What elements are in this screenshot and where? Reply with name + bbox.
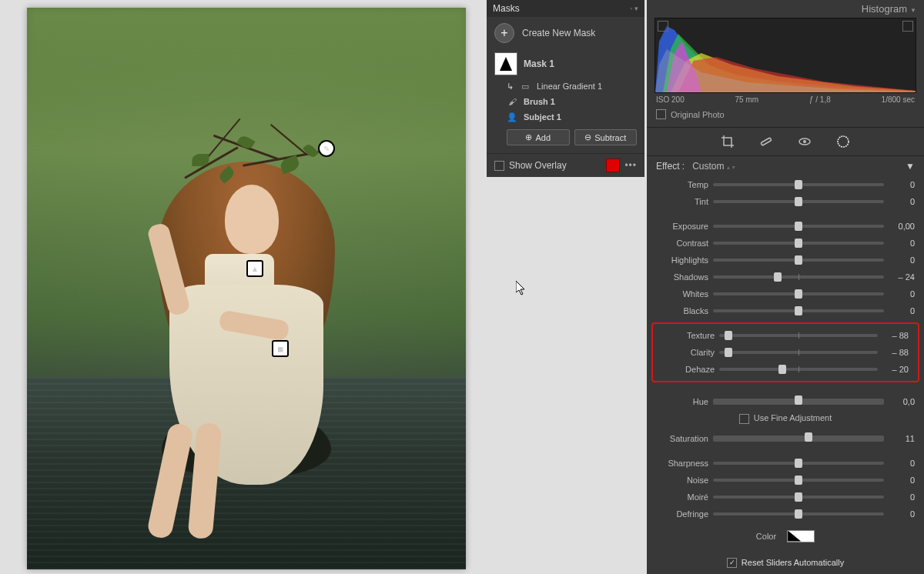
slider-track[interactable]: [713, 275, 884, 279]
slider-track[interactable]: [713, 496, 884, 499]
histogram[interactable]: [654, 18, 916, 93]
collapse-icon[interactable]: ◦ ▾: [630, 5, 638, 12]
slider-thumb[interactable]: [778, 365, 786, 374]
slider-value[interactable]: – 88: [878, 331, 909, 340]
heal-tool-icon[interactable]: [758, 134, 774, 149]
mask-tool-icon[interactable]: [835, 134, 851, 149]
hue-slider[interactable]: Hue 0,0: [647, 393, 924, 410]
slider-texture[interactable]: Texture– 88: [653, 327, 918, 344]
slider-track[interactable]: [713, 399, 884, 405]
slider-highlights[interactable]: Highlights0: [647, 252, 924, 269]
slider-track[interactable]: [713, 436, 884, 442]
slider-value[interactable]: 0: [884, 239, 915, 248]
slider-noise[interactable]: Noise0: [647, 472, 924, 489]
slider-contrast[interactable]: Contrast0: [647, 235, 924, 252]
color-row[interactable]: Color: [647, 522, 924, 550]
slider-clarity[interactable]: Clarity– 88: [653, 344, 918, 361]
slider-blacks[interactable]: Blacks0: [647, 302, 924, 319]
slider-value[interactable]: 0: [884, 197, 915, 206]
slider-thumb[interactable]: [774, 272, 782, 282]
slider-defringe[interactable]: Defringe0: [647, 506, 924, 522]
shadow-clip-icon[interactable]: [658, 21, 668, 32]
slider-thumb[interactable]: [795, 509, 802, 519]
mask-component[interactable]: ↳ ▭ Linear Gradient 1: [487, 78, 644, 94]
reset-checkbox[interactable]: Reset Sliders Automatically: [647, 550, 924, 574]
slider-track[interactable]: [713, 259, 884, 262]
slider-thumb[interactable]: [795, 395, 802, 405]
plus-icon[interactable]: +: [494, 23, 514, 43]
slider-thumb[interactable]: [795, 476, 802, 485]
slider-track[interactable]: [719, 334, 878, 337]
slider-track[interactable]: [713, 462, 884, 465]
slider-thumb[interactable]: [805, 432, 812, 442]
slider-thumb[interactable]: [725, 348, 732, 357]
slider-value[interactable]: – 88: [878, 348, 909, 357]
slider-value[interactable]: 0: [884, 459, 915, 468]
slider-shadows[interactable]: Shadows– 24: [647, 269, 924, 285]
slider-exposure[interactable]: Exposure0,00: [647, 218, 924, 235]
slider-thumb[interactable]: [795, 255, 802, 265]
slider-value[interactable]: 0: [884, 180, 915, 189]
slider-thumb[interactable]: [795, 239, 802, 248]
slider-whites[interactable]: Whites0: [647, 285, 924, 302]
triangle-down-icon[interactable]: ▼: [906, 161, 915, 172]
slider-track[interactable]: [713, 242, 884, 245]
slider-thumb[interactable]: [795, 197, 802, 206]
slider-track[interactable]: [713, 292, 884, 295]
slider-value[interactable]: 0: [884, 476, 915, 485]
slider-value[interactable]: 0: [884, 492, 915, 502]
slider-thumb[interactable]: [795, 306, 802, 315]
slider-value[interactable]: – 20: [878, 365, 909, 374]
slider-value[interactable]: – 24: [884, 272, 915, 282]
slider-track[interactable]: [713, 479, 884, 482]
highlight-clip-icon[interactable]: [902, 21, 913, 32]
slider-track[interactable]: [713, 225, 884, 228]
slider-value[interactable]: 0,00: [884, 222, 915, 231]
effect-value[interactable]: Custom: [692, 161, 736, 172]
slider-thumb[interactable]: [725, 331, 732, 340]
slider-value[interactable]: 11: [884, 434, 915, 443]
saturation-slider[interactable]: Saturation 11: [647, 430, 924, 447]
masks-panel-header[interactable]: Masks ◦ ▾: [487, 0, 644, 17]
show-overlay-checkbox[interactable]: Show Overlay: [494, 160, 567, 171]
slider-thumb[interactable]: [795, 492, 802, 502]
mask-component[interactable]: 👤 Subject 1: [487, 109, 644, 125]
use-fine-checkbox[interactable]: Use Fine Adjustment: [647, 410, 924, 430]
overlay-color-swatch[interactable]: [606, 159, 620, 172]
slider-thumb[interactable]: [795, 289, 802, 299]
mask-item[interactable]: Mask 1: [487, 49, 644, 78]
slider-track[interactable]: [713, 183, 884, 186]
slider-temp[interactable]: Temp0: [647, 176, 924, 193]
redeye-tool-icon[interactable]: [797, 134, 812, 149]
slider-value[interactable]: 0: [884, 509, 915, 519]
slider-dehaze[interactable]: Dehaze– 20: [653, 361, 918, 378]
slider-moiré[interactable]: Moiré0: [647, 489, 924, 506]
original-photo-checkbox[interactable]: Original Photo: [647, 106, 924, 127]
more-icon[interactable]: •••: [624, 160, 637, 171]
slider-value[interactable]: 0: [884, 255, 915, 265]
slider-track[interactable]: [713, 200, 884, 203]
gradient-marker-icon[interactable]: ◼: [272, 340, 289, 357]
slider-track[interactable]: [713, 309, 884, 312]
histogram-header[interactable]: Histogram▼: [647, 0, 924, 18]
crop-tool-icon[interactable]: [720, 134, 735, 149]
mask-component[interactable]: 🖌 Brush 1: [487, 94, 644, 109]
slider-thumb[interactable]: [795, 180, 802, 189]
effect-preset-row[interactable]: Effect : Custom ▼: [647, 156, 924, 176]
slider-value[interactable]: 0,0: [884, 397, 915, 406]
image-canvas[interactable]: ✎ ▲ ◼: [27, 8, 466, 569]
slider-value[interactable]: 0: [884, 289, 915, 299]
slider-thumb[interactable]: [795, 459, 802, 468]
subject-marker-icon[interactable]: ▲: [246, 260, 263, 277]
slider-thumb[interactable]: [795, 222, 802, 231]
color-swatch[interactable]: [787, 530, 815, 542]
slider-sharpness[interactable]: Sharpness0: [647, 455, 924, 472]
slider-tint[interactable]: Tint0: [647, 193, 924, 210]
subtract-button[interactable]: ⊖Subtract: [574, 129, 638, 145]
create-mask-row[interactable]: + Create New Mask: [487, 17, 644, 49]
slider-value[interactable]: 0: [884, 306, 915, 315]
brush-marker-icon[interactable]: ✎: [318, 140, 335, 157]
slider-track[interactable]: [719, 368, 878, 371]
slider-track[interactable]: [719, 351, 878, 354]
add-button[interactable]: ⊕Add: [507, 129, 570, 145]
